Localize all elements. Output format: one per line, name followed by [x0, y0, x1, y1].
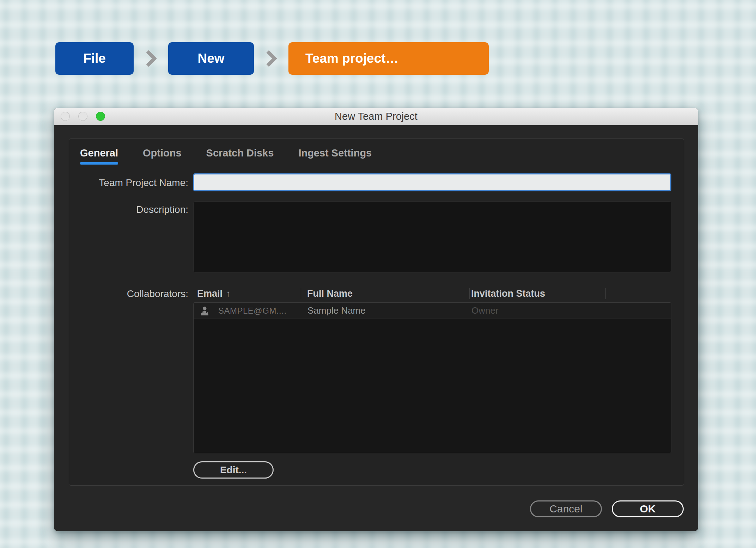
tab-bar: General Options Scratch Disks Ingest Set…: [80, 147, 372, 165]
tab-ingest-settings[interactable]: Ingest Settings: [298, 147, 372, 165]
column-header-email-label: Email: [197, 286, 222, 302]
column-header-full-name[interactable]: Full Name: [307, 286, 353, 302]
collaborator-row[interactable]: SAMPLE@GM.... Sample Name Owner: [194, 303, 671, 319]
tab-scratch-disks[interactable]: Scratch Disks: [206, 147, 274, 165]
dialog-titlebar[interactable]: New Team Project: [54, 108, 698, 125]
user-icon: [200, 306, 209, 315]
chevron-right-icon: [145, 49, 157, 68]
column-header-invitation-status[interactable]: Invitation Status: [471, 286, 545, 302]
column-divider: [469, 288, 470, 299]
menu-new-button[interactable]: New: [168, 42, 254, 75]
collaborators-list: SAMPLE@GM.... Sample Name Owner: [193, 302, 671, 453]
dialog-title: New Team Project: [54, 108, 698, 125]
chevron-right-icon: [266, 49, 277, 68]
menu-file-button[interactable]: File: [55, 42, 134, 75]
description-input[interactable]: [193, 201, 671, 272]
ok-button[interactable]: OK: [612, 500, 684, 517]
breadcrumb: File New Team project…: [55, 42, 489, 75]
collaborators-header-row: Email ↑ Full Name Invitation Status: [193, 286, 671, 302]
menu-team-project-button[interactable]: Team project…: [288, 42, 489, 75]
edit-button[interactable]: Edit...: [193, 461, 274, 479]
team-project-name-input[interactable]: [193, 173, 671, 191]
sort-ascending-icon: ↑: [226, 286, 231, 302]
collaborator-status: Owner: [471, 303, 499, 319]
new-team-project-dialog: New Team Project General Options Scratch…: [54, 108, 698, 531]
team-project-name-label: Team Project Name:: [69, 174, 188, 191]
page-background: File New Team project… New Team Project …: [0, 0, 756, 548]
tab-options[interactable]: Options: [143, 147, 182, 165]
description-label: Description:: [69, 204, 188, 215]
tab-general[interactable]: General: [80, 147, 118, 165]
cancel-button[interactable]: Cancel: [530, 500, 602, 517]
column-header-email[interactable]: Email ↑: [197, 286, 231, 302]
collaborator-email: SAMPLE@GM....: [218, 303, 287, 319]
column-divider: [605, 288, 606, 299]
collaborators-label: Collaborators:: [69, 286, 188, 302]
collaborator-full-name: Sample Name: [307, 303, 366, 319]
settings-panel: General Options Scratch Disks Ingest Set…: [69, 138, 684, 486]
column-divider: [301, 288, 301, 299]
